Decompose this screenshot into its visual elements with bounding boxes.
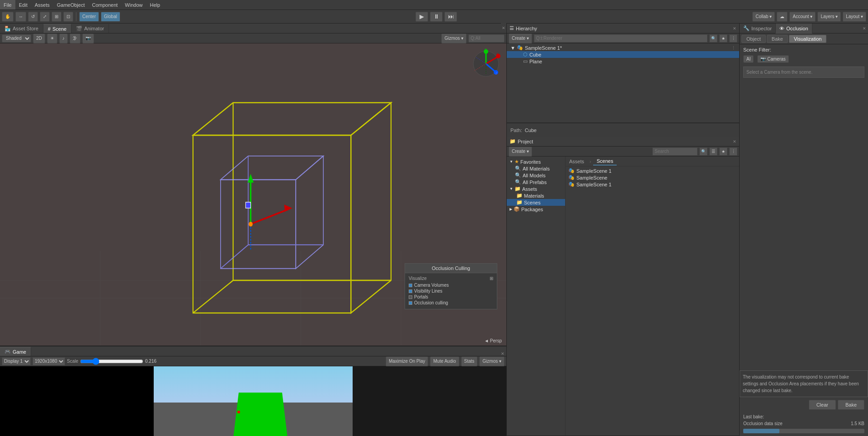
stats-btn[interactable]: Stats: [461, 356, 478, 366]
occlusion-item-3[interactable]: Occlusion culling: [409, 300, 493, 305]
project-tab-assets[interactable]: Assets: [566, 158, 588, 165]
packages-arrow: ▶: [509, 207, 512, 211]
mute-audio-btn[interactable]: Mute Audio: [430, 356, 459, 366]
occ-tab-visualization[interactable]: Visualization: [789, 35, 827, 43]
hierarchy-close[interactable]: ✕: [733, 26, 736, 31]
occ-tab-object[interactable]: Object: [741, 35, 766, 43]
project-create-btn[interactable]: Create ▾: [509, 147, 532, 156]
shading-dropdown[interactable]: Shaded: [2, 34, 31, 43]
hierarchy-scene-menu[interactable]: ⋮: [731, 46, 736, 50]
audio-toggle[interactable]: ♪: [59, 33, 68, 43]
occlusion-item-0[interactable]: Camera Volumes: [409, 283, 493, 288]
project-toggle-btn[interactable]: ⋮: [729, 147, 737, 156]
hierarchy-item-cube[interactable]: ⬡ Cube: [507, 51, 739, 58]
play-button[interactable]: ▶: [415, 12, 428, 22]
clear-btn[interactable]: Clear: [809, 400, 836, 410]
scale-tool[interactable]: ⤢: [40, 12, 50, 22]
panel-close-btn[interactable]: ✕: [861, 26, 868, 31]
project-file-0[interactable]: 🎭 SampleScene 1: [566, 167, 738, 174]
project-search-btn[interactable]: 🔍: [699, 147, 708, 156]
account-btn[interactable]: Account ▾: [789, 12, 816, 22]
favorites-item[interactable]: ▼ ★ Favorites: [507, 158, 565, 165]
scene-arrow: ▼: [510, 45, 515, 51]
menu-edit[interactable]: Edit: [15, 0, 31, 9]
hierarchy-search[interactable]: [534, 34, 708, 43]
project-options-btn[interactable]: ★: [719, 147, 727, 156]
step-button[interactable]: ⏭: [444, 12, 457, 22]
all-models-item[interactable]: 🔍 All Models: [507, 172, 565, 179]
game-close-btn[interactable]: ✕: [501, 351, 506, 356]
filter-ai-btn[interactable]: AI: [743, 55, 754, 63]
panel-bottom: Clear Bake Last bake: Occlusion data siz…: [740, 397, 868, 436]
occlusion-item-1[interactable]: Visibility Lines: [409, 289, 493, 294]
project-search[interactable]: [652, 147, 698, 156]
hierarchy-search-btn[interactable]: 🔍: [709, 34, 717, 43]
maximize-on-play-btn[interactable]: Maximize On Play: [386, 356, 429, 366]
path-label: Path:: [510, 128, 522, 133]
hierarchy-create-btn[interactable]: Create ▾: [509, 33, 532, 43]
close-tab-btn[interactable]: ✕: [501, 23, 506, 33]
materials-tree-item[interactable]: 📁 Materials: [507, 192, 565, 199]
scene-file-icon-0: 🎭: [568, 168, 575, 174]
global-local-btn[interactable]: Global: [101, 12, 120, 22]
layout-btn[interactable]: Layout ▾: [843, 12, 866, 22]
all-materials-item[interactable]: 🔍 All Materials: [507, 165, 565, 172]
menu-gameobject[interactable]: GameObject: [53, 0, 89, 9]
all-prefabs-item[interactable]: 🔍 All Prefabs: [507, 179, 565, 185]
display-dropdown[interactable]: Display 1: [2, 357, 31, 365]
tab-scene[interactable]: # Scene: [43, 24, 71, 33]
rotate-tool[interactable]: ↺: [28, 12, 38, 22]
collab-btn[interactable]: Collab ▾: [752, 12, 775, 22]
project-file-2[interactable]: 🎭 SampleScene 1: [566, 181, 738, 188]
menu-help[interactable]: Help: [146, 0, 164, 9]
scene-viewport[interactable]: Y X Z ◄ Persp Occlusion Culling Visualiz…: [0, 43, 506, 346]
hand-tool[interactable]: ✋: [2, 12, 14, 22]
checkbox-camera-volumes[interactable]: [409, 284, 412, 287]
scenes-tree-item[interactable]: 📁 Scenes: [507, 199, 565, 206]
hierarchy-scene[interactable]: ▼ 🎭 SampleScene 1* ⋮: [507, 44, 739, 51]
project-list-btn[interactable]: ☰: [709, 147, 717, 156]
cloud-btn[interactable]: ☁: [777, 12, 788, 22]
hierarchy-options-btn[interactable]: ★: [719, 34, 727, 43]
checkbox-visibility-lines[interactable]: [409, 289, 412, 293]
bake-btn[interactable]: Bake: [838, 400, 864, 410]
packages-tree-item[interactable]: ▶ 📦 Packages: [507, 206, 565, 213]
checkbox-occlusion-culling[interactable]: [409, 301, 412, 305]
scene-gizmo[interactable]: Y X Z: [470, 48, 502, 80]
menu-assets[interactable]: Assets: [31, 0, 53, 9]
inspector-tab-icon: 🔧: [743, 25, 750, 31]
project-tab-scenes[interactable]: Scenes: [593, 157, 617, 166]
menu-component[interactable]: Component: [88, 0, 121, 9]
checkbox-portals[interactable]: [409, 295, 412, 299]
move-tool[interactable]: ↔: [15, 12, 26, 22]
transform-tool[interactable]: ⊡: [63, 12, 73, 22]
rect-tool[interactable]: ⊞: [52, 12, 61, 22]
project-file-1[interactable]: 🎭 SampleScene: [566, 174, 738, 181]
scale-slider[interactable]: [80, 358, 143, 365]
resolution-dropdown[interactable]: 1920x1080: [33, 357, 65, 365]
scene-search[interactable]: [468, 34, 505, 43]
center-pivot-btn[interactable]: Center: [79, 12, 99, 22]
layers-btn[interactable]: Layers ▾: [817, 12, 841, 22]
tab-asset-store[interactable]: 🏪 Asset Store: [0, 24, 43, 33]
filter-cameras-btn[interactable]: 📷 Cameras: [757, 55, 788, 63]
scene-camera-toggle[interactable]: 📷: [82, 33, 94, 43]
tab-animator[interactable]: 🎬 Animator: [71, 24, 109, 33]
2d-btn[interactable]: 2D: [33, 33, 45, 43]
menu-file[interactable]: File: [0, 0, 15, 9]
tab-inspector[interactable]: 🔧 Inspector: [740, 24, 776, 33]
fx-toggle[interactable]: 🌫: [70, 33, 80, 43]
pause-button[interactable]: ⏸: [430, 12, 443, 22]
light-toggle[interactable]: ☀: [47, 33, 57, 43]
menu-window[interactable]: Window: [121, 0, 146, 9]
hierarchy-toggle-btn[interactable]: ⋮: [729, 34, 737, 43]
hierarchy-item-plane[interactable]: ▭ Plane: [507, 58, 739, 65]
project-close[interactable]: ✕: [733, 139, 736, 144]
occlusion-item-2[interactable]: Portals: [409, 294, 493, 299]
assets-tree-item[interactable]: ▼ 📁 Assets: [507, 185, 565, 192]
gizmos-btn[interactable]: Gizmos ▾: [441, 33, 467, 43]
occ-tab-bake[interactable]: Bake: [767, 35, 788, 43]
tab-occlusion[interactable]: 👁 Occlusion: [776, 24, 812, 33]
tab-game[interactable]: 🎮 Game: [0, 347, 31, 356]
game-gizmos-btn[interactable]: Gizmos ▾: [479, 356, 505, 366]
